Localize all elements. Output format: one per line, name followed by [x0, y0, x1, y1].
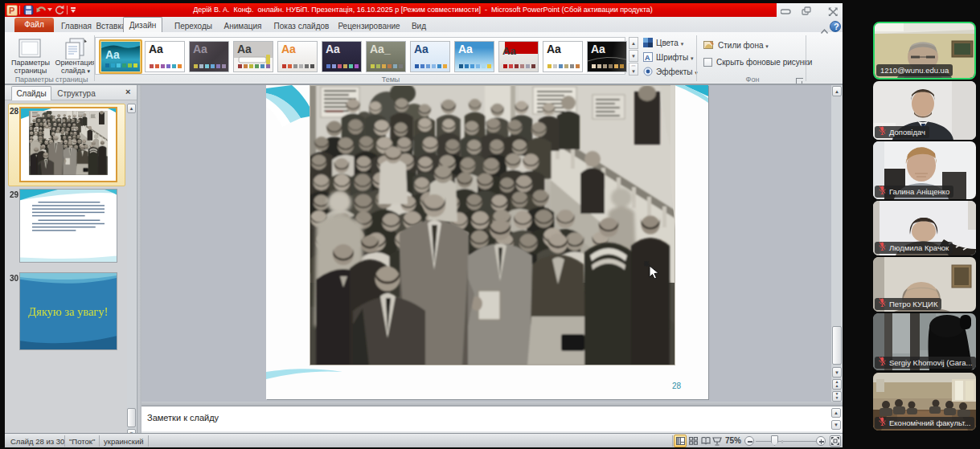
svg-text:A: A	[645, 54, 650, 62]
svg-text:Aa: Aa	[502, 45, 516, 57]
svg-text:Дякую за увагу!: Дякую за увагу!	[28, 305, 108, 318]
svg-text:28: 28	[672, 382, 682, 390]
svg-text:Aa: Aa	[105, 48, 120, 61]
